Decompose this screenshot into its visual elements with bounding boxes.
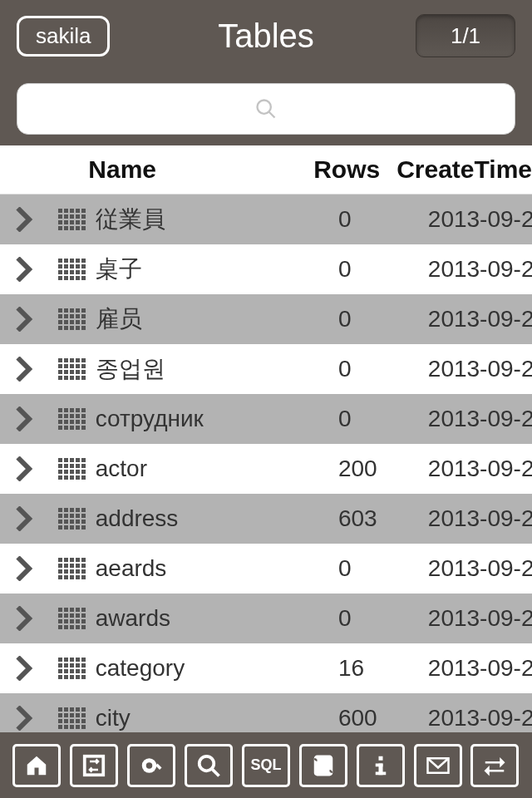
table-grid-icon <box>49 458 96 480</box>
table-grid-icon <box>49 209 96 230</box>
search-input[interactable] <box>17 83 515 135</box>
expand-chevron[interactable] <box>0 456 49 481</box>
home-button[interactable] <box>12 744 61 787</box>
envelope-icon <box>426 753 451 778</box>
table-rows: 0 <box>338 206 428 233</box>
expand-chevron[interactable] <box>0 406 49 431</box>
svg-rect-9 <box>375 763 382 766</box>
chevron-right-icon <box>15 706 33 731</box>
magnifier-icon <box>196 753 221 778</box>
svg-line-1 <box>269 111 275 117</box>
table-name: 桌子 <box>96 254 338 285</box>
expand-chevron[interactable] <box>0 207 49 232</box>
svg-rect-10 <box>375 771 386 775</box>
gear-icon <box>139 753 164 778</box>
table-name: actor <box>96 456 338 482</box>
table-row[interactable]: 桌子02013-09-2 <box>0 244 532 294</box>
table-rows: 603 <box>338 505 428 532</box>
table-rows: 0 <box>338 256 428 283</box>
table-name: 従業員 <box>96 204 338 235</box>
table-name: 종업원 <box>96 353 338 385</box>
svg-rect-7 <box>378 756 382 760</box>
svg-rect-2 <box>85 756 104 775</box>
table-name: address <box>96 505 338 532</box>
refresh-icon <box>81 753 106 778</box>
table-name: category <box>96 655 338 682</box>
table-create-time: 2013-09-2 <box>428 555 532 582</box>
table-row[interactable]: 雇员02013-09-2 <box>0 294 532 344</box>
svg-line-6 <box>212 768 219 776</box>
search-container <box>0 71 532 145</box>
header-bar: sakila Tables 1/1 <box>0 0 532 71</box>
expand-chevron[interactable] <box>0 307 49 332</box>
table-grid-icon <box>49 308 96 330</box>
table-row[interactable]: category162013-09-2 <box>0 643 532 693</box>
toolbar: SQL <box>0 732 532 798</box>
expand-chevron[interactable] <box>0 606 49 631</box>
table-create-time: 2013-09-2 <box>428 306 532 332</box>
sql-icon: SQL <box>250 756 281 774</box>
info-icon <box>368 753 393 778</box>
transfer-icon <box>482 753 507 778</box>
table-name: 雇员 <box>96 303 338 335</box>
table-row[interactable]: 従業員02013-09-2 <box>0 195 532 244</box>
table-grid-icon <box>49 608 96 629</box>
chevron-right-icon <box>15 506 33 531</box>
table-row[interactable]: aeards02013-09-2 <box>0 544 532 594</box>
table-name: awards <box>96 605 338 632</box>
info-button[interactable] <box>357 744 405 787</box>
database-selector[interactable]: sakila <box>17 16 110 57</box>
expand-chevron[interactable] <box>0 556 49 581</box>
expand-chevron[interactable] <box>0 357 49 382</box>
settings-button[interactable] <box>127 744 175 787</box>
chevron-right-icon <box>15 556 33 581</box>
chevron-right-icon <box>15 606 33 631</box>
table-grid-icon <box>49 508 96 530</box>
page-title: Tables <box>218 17 314 55</box>
table-list: 従業員02013-09-2桌子02013-09-2雇员02013-09-2종업원… <box>0 195 532 733</box>
table-grid-icon <box>49 707 96 729</box>
table-grid-icon <box>49 358 96 380</box>
transfer-button[interactable] <box>470 744 519 787</box>
table-rows: 0 <box>338 306 428 332</box>
expand-chevron[interactable] <box>0 706 49 731</box>
table-create-time: 2013-09-2 <box>428 605 532 632</box>
expand-chevron[interactable] <box>0 506 49 531</box>
table-row[interactable]: awards02013-09-2 <box>0 594 532 643</box>
table-row[interactable]: address6032013-09-2 <box>0 494 532 544</box>
chevron-right-icon <box>15 307 33 332</box>
expand-chevron[interactable] <box>0 656 49 681</box>
sql-button[interactable]: SQL <box>242 744 290 787</box>
expand-chevron[interactable] <box>0 257 49 282</box>
table-row[interactable]: 종업원02013-09-2 <box>0 344 532 394</box>
chevron-right-icon <box>15 357 33 382</box>
table-rows: 600 <box>338 705 428 732</box>
table-create-time: 2013-09-2 <box>428 705 532 732</box>
table-create-time: 2013-09-2 <box>428 206 532 233</box>
svg-point-4 <box>146 762 153 769</box>
column-header-rows[interactable]: Rows <box>313 155 397 184</box>
table-create-time: 2013-09-2 <box>428 505 532 532</box>
table-grid-icon <box>49 259 96 280</box>
table-rows: 0 <box>338 605 428 632</box>
chevron-right-icon <box>15 406 33 431</box>
table-name: aeards <box>96 555 338 582</box>
column-header-create[interactable]: CreateTime <box>397 155 532 184</box>
table-grid-icon <box>49 658 96 679</box>
table-row[interactable]: сотрудник02013-09-2 <box>0 394 532 444</box>
chevron-right-icon <box>15 207 33 232</box>
column-headers: Name Rows CreateTime <box>0 145 532 195</box>
table-row[interactable]: city6002013-09-2 <box>0 693 532 733</box>
search-button[interactable] <box>185 744 233 787</box>
column-header-name[interactable]: Name <box>88 155 313 184</box>
script-button[interactable] <box>299 744 347 787</box>
table-rows: 16 <box>338 655 428 682</box>
mail-button[interactable] <box>414 744 462 787</box>
table-name: city <box>96 705 338 732</box>
page-indicator[interactable]: 1/1 <box>416 14 515 57</box>
svg-point-5 <box>200 756 214 771</box>
table-create-time: 2013-09-2 <box>428 356 532 382</box>
table-row[interactable]: actor2002013-09-2 <box>0 444 532 494</box>
refresh-button[interactable] <box>70 744 118 787</box>
table-create-time: 2013-09-2 <box>428 456 532 482</box>
